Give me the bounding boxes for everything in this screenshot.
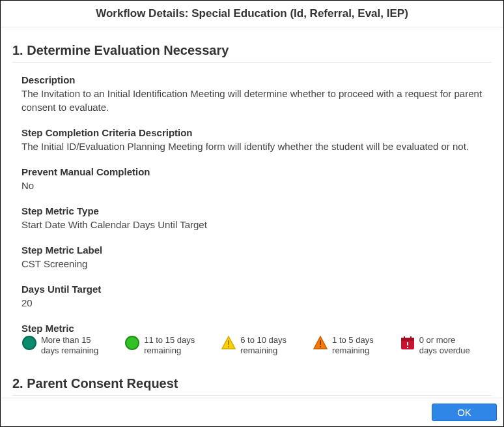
field-description: Description The Invitation to an Initial… <box>21 74 492 114</box>
section-2-heading: 2. Parent Consent Request <box>12 376 492 391</box>
legend-item-label: More than 15 days remaining <box>41 335 98 357</box>
triangle-orange-icon <box>313 335 328 351</box>
svg-rect-6 <box>320 340 321 345</box>
legend-item-label: 1 to 5 days remaining <box>332 335 374 357</box>
svg-rect-13 <box>407 347 408 348</box>
circle-teal-icon <box>21 335 37 351</box>
field-prevent-manual-value: No <box>21 179 492 192</box>
section-1-heading: 1. Determine Evaluation Necessary <box>12 43 492 58</box>
legend-item-1-5: 1 to 5 days remaining <box>313 335 374 357</box>
svg-rect-12 <box>407 342 408 346</box>
field-step-metric-type: Step Metric Type Start Date With Calenda… <box>21 205 492 231</box>
field-description-value: The Invitation to an Initial Identificat… <box>21 87 492 114</box>
workflow-details-dialog: Workflow Details: Special Education (Id,… <box>1 1 503 426</box>
legend-item-more-than-15: More than 15 days remaining <box>21 335 98 357</box>
field-completion-criteria: Step Completion Criteria Description The… <box>21 127 492 153</box>
legend-item-label: 6 to 10 days remaining <box>240 335 287 357</box>
field-days-until-target-label: Days Until Target <box>21 284 492 295</box>
field-prevent-manual-label: Prevent Manual Completion <box>21 166 492 177</box>
field-completion-criteria-label: Step Completion Criteria Description <box>21 127 492 138</box>
legend-item-overdue: 0 or more days overdue <box>400 335 470 357</box>
dialog-footer: OK <box>1 398 503 426</box>
legend-item-label: 11 to 15 days remaining <box>144 335 195 357</box>
svg-point-0 <box>23 336 36 349</box>
step-metric-legend-label: Step Metric <box>21 323 492 334</box>
field-days-until-target: Days Until Target 20 <box>21 284 492 310</box>
field-step-metric-type-value: Start Date With Calendar Days Until Targ… <box>21 218 492 231</box>
legend-item-label: 0 or more days overdue <box>419 335 470 357</box>
svg-rect-9 <box>401 338 414 341</box>
field-step-metric-label: Step Metric Label CST Screening <box>21 244 492 271</box>
ok-button[interactable]: OK <box>432 404 497 421</box>
field-step-metric-label-value: CST Screening <box>21 257 492 271</box>
svg-rect-4 <box>228 346 229 347</box>
field-step-metric-type-label: Step Metric Type <box>21 205 492 216</box>
field-description-label: Description <box>21 74 492 85</box>
step-metric-legend: Step Metric More than 15 days remaining <box>21 323 492 357</box>
dialog-content[interactable]: 1. Determine Evaluation Necessary Descri… <box>1 27 503 398</box>
calendar-alert-red-icon <box>400 335 415 351</box>
svg-rect-11 <box>410 336 412 339</box>
svg-rect-10 <box>404 336 405 339</box>
svg-rect-7 <box>320 346 321 347</box>
dialog-title: Workflow Details: Special Education (Id,… <box>1 1 503 27</box>
field-prevent-manual: Prevent Manual Completion No <box>21 166 492 192</box>
field-days-until-target-value: 20 <box>21 296 492 310</box>
legend-item-11-15: 11 to 15 days remaining <box>124 335 195 357</box>
section-1-divider <box>12 62 492 63</box>
field-completion-criteria-value: The Initial ID/Evaluation Planning Meeti… <box>21 140 492 153</box>
circle-green-icon <box>124 335 140 351</box>
legend-item-6-10: 6 to 10 days remaining <box>221 335 287 357</box>
section-2-divider <box>12 395 492 396</box>
svg-rect-3 <box>228 340 229 345</box>
triangle-yellow-icon <box>221 335 236 351</box>
field-step-metric-label-label: Step Metric Label <box>21 244 492 256</box>
svg-point-1 <box>126 336 139 349</box>
